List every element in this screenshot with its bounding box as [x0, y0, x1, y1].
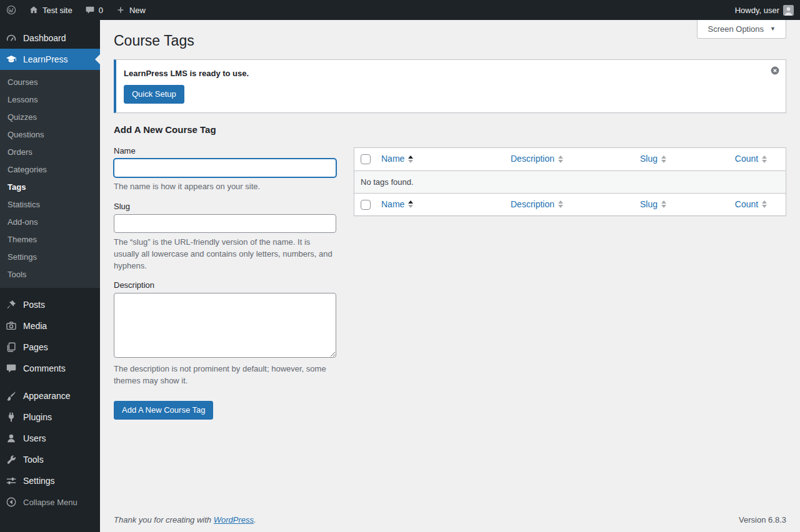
sort-by-count-link[interactable]: Count [735, 153, 767, 165]
site-name: Test site [42, 6, 72, 15]
plus-icon [116, 5, 126, 15]
submenu-label: Settings [8, 252, 37, 262]
submenu-item-tools[interactable]: Tools [0, 265, 100, 283]
table-footer-row: Name Description [354, 193, 786, 216]
sidebar-item-label: Tools [23, 455, 44, 465]
new-content-link[interactable]: New [109, 0, 152, 20]
name-input[interactable] [114, 159, 336, 177]
sort-by-slug-link[interactable]: Slug [640, 199, 666, 211]
column-label: Count [735, 153, 758, 165]
submenu-item-quizzes[interactable]: Quizzes [0, 108, 100, 126]
plugins-icon [5, 411, 18, 423]
comments-link[interactable]: 0 [79, 0, 109, 20]
collapse-icon [5, 496, 18, 508]
submenu-item-themes[interactable]: Themes [0, 230, 100, 248]
sort-indicator-icon [661, 200, 666, 208]
submenu-item-statistics[interactable]: Statistics [0, 195, 100, 213]
sidebar-item-plugins[interactable]: Plugins [0, 406, 100, 428]
description-help-text: The description is not prominent by defa… [114, 363, 336, 387]
sort-by-name-link[interactable]: Name [381, 153, 413, 165]
slug-field: Slug The “slug” is the URL-friendly vers… [114, 202, 336, 272]
sort-by-description-link[interactable]: Description [511, 199, 563, 211]
description-textarea[interactable] [114, 293, 336, 358]
name-field: Name The name is how it appears on your … [114, 146, 336, 193]
admin-bar-left: Test site 0 New [0, 0, 152, 20]
sort-by-name-link[interactable]: Name [381, 199, 413, 211]
submenu-item-questions[interactable]: Questions [0, 126, 100, 143]
wordpress-link[interactable]: WordPress [214, 515, 254, 525]
submenu-label: Themes [8, 235, 37, 244]
site-name-link[interactable]: Test site [22, 0, 79, 20]
dismiss-notice-button[interactable] [770, 66, 780, 76]
wordpress-logo-menu[interactable] [0, 0, 22, 20]
submenu-label: Orders [8, 147, 32, 157]
sidebar-item-users[interactable]: Users [0, 428, 100, 449]
slug-input[interactable] [114, 214, 336, 233]
comment-count: 0 [99, 6, 103, 15]
submenu-label: Lessons [8, 95, 38, 104]
select-all-header [354, 148, 375, 171]
sidebar-item-label: Posts [23, 300, 45, 310]
column-label: Name [381, 199, 404, 211]
submenu-item-addons[interactable]: Add-ons [0, 213, 100, 230]
submenu-label: Add-ons [8, 217, 38, 227]
submit-row: Add A New Course Tag [114, 401, 336, 420]
wordpress-logo-icon [6, 5, 16, 15]
slug-label: Slug [114, 202, 336, 211]
sidebar-item-dashboard[interactable]: Dashboard [0, 27, 100, 49]
empty-table-row: No tags found. [354, 171, 786, 193]
sort-indicator-icon [558, 200, 563, 208]
select-all-checkbox-footer[interactable] [361, 200, 371, 210]
dashboard-icon [5, 32, 18, 44]
page-title: Course Tags [114, 26, 786, 53]
submenu-item-courses[interactable]: Courses [0, 73, 100, 91]
sidebar-item-tools[interactable]: Tools [0, 449, 100, 470]
sidebar-item-pages[interactable]: Pages [0, 337, 100, 358]
sidebar-item-label: Comments [23, 363, 66, 373]
collapse-menu-button[interactable]: Collapse Menu [0, 491, 100, 513]
learnpress-submenu: Courses Lessons Quizzes Questions Orders… [0, 70, 100, 288]
quick-setup-button[interactable]: Quick Setup [124, 85, 184, 104]
tags-table: Name Description [354, 147, 786, 216]
table-header-row: Name Description [354, 148, 786, 171]
sidebar-item-appearance[interactable]: Appearance [0, 385, 100, 406]
sidebar-item-label: Plugins [23, 412, 52, 422]
admin-sidebar: Dashboard LearnPress Courses Lessons Qui… [0, 20, 100, 532]
my-account-link[interactable]: Howdy, user [729, 0, 800, 20]
sidebar-item-label: Appearance [23, 391, 71, 401]
sidebar-item-learnpress[interactable]: LearnPress [0, 49, 100, 70]
screen-options-button[interactable]: Screen Options ▼ [697, 20, 786, 39]
sidebar-item-media[interactable]: Media [0, 315, 100, 337]
form-heading: Add A New Course Tag [114, 124, 336, 135]
submenu-label: Categories [8, 165, 47, 174]
submenu-item-lessons[interactable]: Lessons [0, 91, 100, 108]
sidebar-item-comments[interactable]: Comments [0, 358, 100, 379]
new-label: New [129, 6, 146, 15]
submenu-item-orders[interactable]: Orders [0, 143, 100, 160]
add-tag-submit-button[interactable]: Add A New Course Tag [114, 401, 213, 420]
submenu-item-tags[interactable]: Tags [0, 178, 100, 195]
sidebar-item-settings[interactable]: Settings [0, 470, 100, 491]
no-tags-message: No tags found. [354, 171, 786, 193]
select-all-checkbox[interactable] [361, 154, 371, 164]
sort-by-count-link[interactable]: Count [735, 199, 767, 211]
sort-by-description-link[interactable]: Description [511, 153, 563, 165]
submenu-item-categories[interactable]: Categories [0, 160, 100, 178]
name-help-text: The name is how it appears on your site. [114, 181, 336, 193]
page-wrap: Course Tags LearnPress LMS is ready to u… [100, 20, 800, 420]
sort-indicator-icon [408, 155, 413, 163]
notice-banner: LearnPress LMS is ready to use. Quick Se… [114, 59, 786, 113]
menu-separator [0, 379, 100, 385]
description-field: Description The description is not promi… [114, 280, 336, 387]
column-label: Slug [640, 199, 658, 211]
chevron-down-icon: ▼ [770, 26, 776, 32]
footer-thanks-text: Thank you for creating with [114, 515, 214, 525]
submenu-item-settings[interactable]: Settings [0, 248, 100, 265]
user-avatar [783, 5, 794, 16]
sort-indicator-icon [408, 200, 413, 208]
sidebar-item-posts[interactable]: Posts [0, 294, 100, 315]
submenu-label: Tools [8, 270, 26, 279]
notice-message: LearnPress LMS is ready to use. [124, 69, 761, 78]
sidebar-item-label: Users [23, 433, 46, 443]
sort-by-slug-link[interactable]: Slug [640, 153, 666, 165]
